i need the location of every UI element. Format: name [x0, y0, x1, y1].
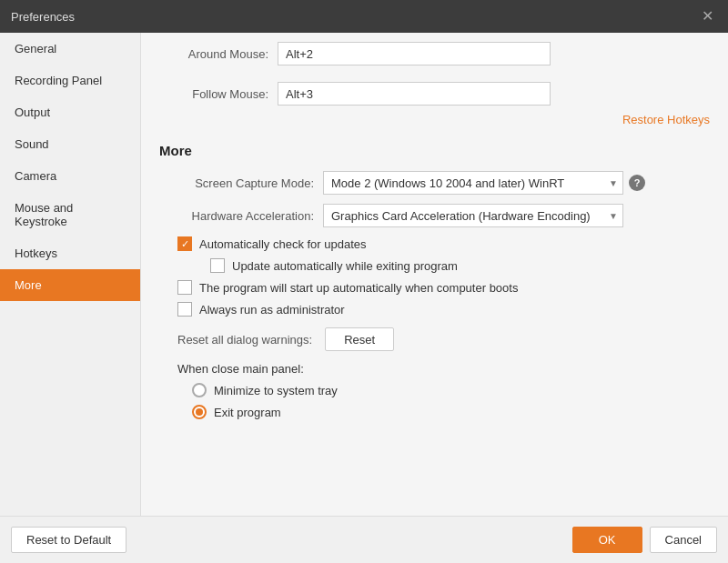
- content-scroll: Around Mouse: Follow Mouse: Restore Hotk…: [141, 33, 728, 516]
- more-section-header: More: [159, 139, 710, 158]
- screen-capture-mode-row: Screen Capture Mode: Mode 2 (Windows 10 …: [159, 171, 710, 195]
- close-button[interactable]: ✕: [698, 7, 717, 25]
- reset-dialog-row: Reset all dialog warnings: Reset: [159, 327, 710, 351]
- minimize-tray-label: Minimize to system tray: [214, 384, 338, 397]
- hardware-acceleration-label: Hardware Acceleration:: [159, 209, 314, 223]
- exit-program-radio[interactable]: [192, 405, 207, 419]
- minimize-tray-radio[interactable]: [192, 383, 207, 397]
- cancel-button[interactable]: Cancel: [650, 527, 717, 553]
- restore-hotkeys-link[interactable]: Restore Hotkeys: [622, 113, 710, 126]
- auto-start-row: The program will start up automatically …: [159, 280, 710, 295]
- auto-check-updates-row: Automatically check for updates: [159, 236, 710, 251]
- sidebar-item-output[interactable]: Output: [0, 96, 140, 128]
- screen-capture-mode-select[interactable]: Mode 2 (Windows 10 2004 and later) WinRT: [323, 171, 623, 195]
- main-container: General Recording Panel Output Sound Cam…: [0, 33, 728, 516]
- reset-to-default-button[interactable]: Reset to Default: [11, 527, 126, 553]
- around-mouse-row: Around Mouse:: [159, 33, 710, 65]
- title-bar: Preferences ✕: [0, 0, 728, 33]
- reset-dialog-button[interactable]: Reset: [325, 327, 394, 351]
- admin-label: Always run as administrator: [199, 303, 345, 317]
- window-title: Preferences: [11, 10, 75, 24]
- follow-mouse-row: Follow Mouse:: [159, 73, 710, 106]
- hardware-acceleration-select-wrapper: Graphics Card Acceleration (Hardware Enc…: [323, 204, 623, 227]
- around-mouse-input[interactable]: [278, 42, 551, 65]
- hardware-acceleration-select[interactable]: Graphics Card Acceleration (Hardware Enc…: [323, 204, 623, 227]
- sidebar-item-mouse-keystroke[interactable]: Mouse and Keystroke: [0, 192, 140, 237]
- hardware-acceleration-row: Hardware Acceleration: Graphics Card Acc…: [159, 204, 710, 227]
- screen-capture-mode-select-wrapper: Mode 2 (Windows 10 2004 and later) WinRT…: [323, 171, 623, 195]
- auto-update-row: Update automatically while exiting progr…: [159, 258, 710, 273]
- bottom-left: Reset to Default: [11, 527, 126, 553]
- screen-capture-mode-label: Screen Capture Mode:: [159, 176, 314, 190]
- auto-start-checkbox[interactable]: [177, 280, 192, 295]
- sidebar-item-general[interactable]: General: [0, 33, 140, 65]
- auto-check-updates-label: Automatically check for updates: [199, 237, 367, 251]
- sidebar: General Recording Panel Output Sound Cam…: [0, 33, 141, 516]
- admin-checkbox[interactable]: [177, 302, 192, 317]
- exit-program-label: Exit program: [214, 406, 281, 419]
- ok-button[interactable]: OK: [572, 527, 642, 553]
- sidebar-item-more[interactable]: More: [0, 269, 140, 301]
- auto-update-checkbox[interactable]: [210, 258, 225, 273]
- follow-mouse-input[interactable]: [278, 82, 551, 106]
- auto-check-updates-checkbox[interactable]: [177, 236, 192, 251]
- exit-program-row: Exit program: [159, 405, 710, 419]
- sidebar-item-sound[interactable]: Sound: [0, 128, 140, 160]
- follow-mouse-label: Follow Mouse:: [159, 87, 268, 101]
- admin-row: Always run as administrator: [159, 302, 710, 317]
- minimize-tray-row: Minimize to system tray: [159, 383, 710, 397]
- auto-start-label: The program will start up automatically …: [199, 281, 518, 295]
- bottom-bar: Reset to Default OK Cancel: [0, 516, 728, 563]
- sidebar-item-camera[interactable]: Camera: [0, 160, 140, 192]
- around-mouse-label: Around Mouse:: [159, 47, 268, 61]
- screen-capture-mode-help-icon[interactable]: ?: [629, 175, 645, 191]
- restore-hotkeys-row: Restore Hotkeys: [159, 113, 710, 126]
- bottom-right: OK Cancel: [572, 527, 717, 553]
- auto-update-label: Update automatically while exiting progr…: [232, 259, 458, 273]
- when-close-panel-label: When close main panel:: [159, 362, 710, 376]
- reset-dialog-label: Reset all dialog warnings:: [177, 333, 312, 347]
- sidebar-item-hotkeys[interactable]: Hotkeys: [0, 237, 140, 269]
- content-area: Around Mouse: Follow Mouse: Restore Hotk…: [141, 33, 728, 516]
- sidebar-item-recording-panel[interactable]: Recording Panel: [0, 65, 140, 96]
